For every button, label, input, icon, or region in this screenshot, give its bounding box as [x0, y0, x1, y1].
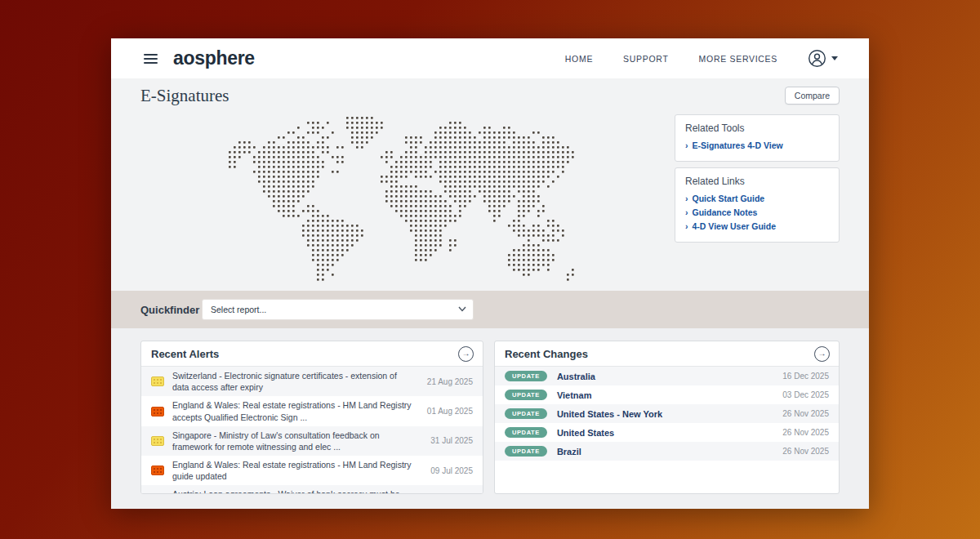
change-date: 16 Dec 2025 [782, 372, 829, 381]
change-country[interactable]: United States - New York [557, 409, 782, 419]
alert-text: Singapore - Ministry of Law's consultati… [172, 430, 416, 452]
hero-section: E-Signatures Compare Related Tools › E-S… [111, 78, 869, 291]
recent-changes-header: Recent Changes → [495, 341, 839, 367]
page-title: E-Signatures [140, 86, 229, 106]
alert-text: England & Wales: Real estate registratio… [172, 459, 416, 482]
severity-flag-icon [151, 466, 164, 475]
change-country[interactable]: Australia [557, 372, 782, 381]
alert-row[interactable]: Switzerland - Electronic signature certi… [141, 367, 483, 396]
arrow-right-circle-icon[interactable]: → [814, 346, 830, 362]
chevron-right-icon: › [685, 207, 688, 217]
change-date: 26 Nov 2025 [782, 428, 829, 437]
nav-support[interactable]: SUPPORT [623, 54, 668, 64]
link-esignatures-4d-view[interactable]: › E-Signatures 4-D View [685, 140, 829, 150]
alert-date: 01 Aug 2025 [424, 407, 473, 416]
nav-home[interactable]: HOME [565, 54, 593, 64]
change-country[interactable]: Vietnam [557, 390, 782, 400]
quickfinder-bar: Quickfinder Select report... [111, 291, 869, 328]
update-badge: UPDATE [505, 390, 547, 401]
alert-text: Switzerland - Electronic signature certi… [172, 370, 416, 393]
related-tools-title: Related Tools [685, 122, 829, 134]
update-badge: UPDATE [505, 446, 547, 457]
alert-date: 21 Aug 2025 [424, 377, 473, 386]
severity-flag-icon [151, 436, 164, 446]
alert-date: 09 Jul 2025 [424, 466, 473, 475]
recent-changes-title: Recent Changes [505, 348, 588, 360]
severity-flag-icon [151, 376, 164, 386]
change-country[interactable]: United States [557, 428, 782, 438]
chevron-right-icon: › [685, 194, 688, 203]
nav-more-services[interactable]: MORE SERVICES [699, 54, 777, 64]
change-date: 26 Nov 2025 [782, 447, 829, 456]
dotted-world-map [229, 117, 577, 284]
alert-text: Austria: Loan agreements - Waiver of ban… [172, 488, 416, 494]
update-badge: UPDATE [505, 371, 547, 382]
link-label: Quick Start Guide [693, 194, 765, 203]
report-select-wrap: Select report... [202, 299, 474, 320]
link-label: 4-D View User Guide [693, 221, 777, 231]
alert-text: England & Wales: Real estate registratio… [172, 399, 416, 422]
related-links-title: Related Links [685, 176, 829, 187]
change-row[interactable]: UPDATE Vietnam 03 Dec 2025 [495, 385, 839, 404]
alerts-list: Switzerland - Electronic signature certi… [141, 367, 483, 494]
chevron-right-icon: › [685, 221, 688, 231]
alert-row[interactable]: Singapore - Ministry of Law's consultati… [141, 426, 483, 456]
alert-row[interactable]: England & Wales: Real estate registratio… [141, 396, 483, 425]
compare-button[interactable]: Compare [785, 87, 840, 105]
change-row[interactable]: UPDATE United States - New York 26 Nov 2… [495, 404, 839, 423]
app-window: aosphere HOME SUPPORT MORE SERVICES E-Si… [111, 38, 869, 509]
update-badge: UPDATE [505, 408, 547, 420]
main-nav: HOME SUPPORT MORE SERVICES [565, 49, 838, 68]
user-avatar-icon [808, 49, 826, 68]
link-quick-start-guide[interactable]: › Quick Start Guide [685, 194, 829, 203]
desktop-background: { "header": { "logo": "aosphere", "nav":… [0, 0, 980, 539]
change-date: 03 Dec 2025 [782, 390, 829, 399]
alert-row[interactable]: Austria: Loan agreements - Waiver of ban… [141, 485, 483, 494]
caret-down-icon [831, 56, 838, 60]
recent-changes-panel: Recent Changes → UPDATE Australia 16 Dec… [494, 341, 840, 494]
related-tools-card: Related Tools › E-Signatures 4-D View [675, 114, 840, 162]
link-guidance-notes[interactable]: › Guidance Notes [685, 207, 829, 217]
dashboard-panels: Recent Alerts → Switzerland - Electronic… [111, 328, 869, 509]
change-row[interactable]: UPDATE United States 26 Nov 2025 [495, 423, 839, 442]
user-menu[interactable] [808, 49, 838, 68]
recent-alerts-panel: Recent Alerts → Switzerland - Electronic… [140, 341, 483, 494]
top-bar: aosphere HOME SUPPORT MORE SERVICES [111, 38, 869, 78]
menu-icon[interactable] [144, 54, 158, 64]
change-row[interactable]: UPDATE Brazil 26 Nov 2025 [495, 442, 839, 461]
arrow-right-circle-icon[interactable]: → [458, 346, 474, 362]
quickfinder-label: Quickfinder [140, 304, 194, 316]
alert-row[interactable]: England & Wales: Real estate registratio… [141, 456, 483, 485]
change-date: 26 Nov 2025 [782, 409, 829, 418]
related-links-card: Related Links › Quick Start Guide › Guid… [675, 167, 840, 243]
update-badge: UPDATE [505, 427, 547, 439]
link-label: E-Signatures 4-D View [693, 140, 783, 150]
chevron-right-icon: › [685, 140, 688, 150]
recent-alerts-header: Recent Alerts → [141, 341, 483, 367]
logo: aosphere [173, 47, 255, 69]
link-label: Guidance Notes [693, 207, 758, 217]
alert-date: 31 Jul 2025 [424, 436, 473, 445]
recent-alerts-title: Recent Alerts [151, 348, 219, 360]
severity-flag-icon [151, 407, 164, 416]
changes-list: UPDATE Australia 16 Dec 2025 UPDATE Viet… [495, 367, 839, 461]
change-country[interactable]: Brazil [557, 447, 782, 457]
report-select[interactable]: Select report... [202, 299, 474, 320]
link-4d-view-user-guide[interactable]: › 4-D View User Guide [685, 221, 829, 231]
change-row[interactable]: UPDATE Australia 16 Dec 2025 [495, 367, 839, 385]
